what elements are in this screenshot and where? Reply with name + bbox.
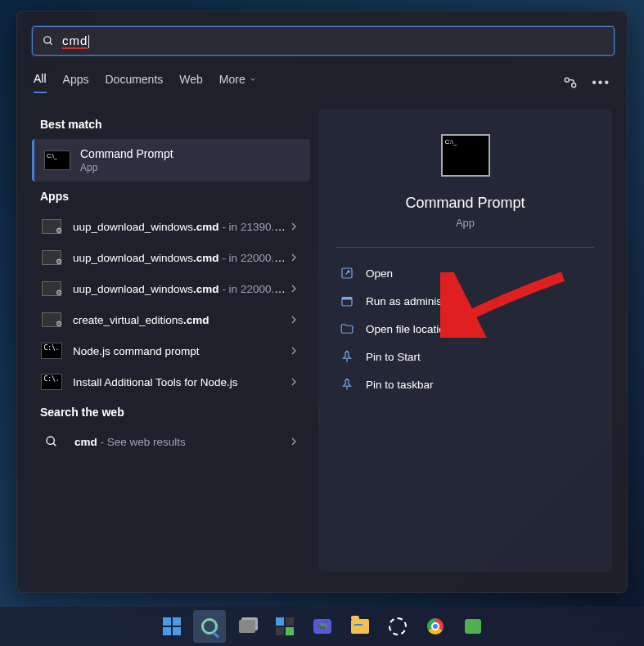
app-result[interactable]: uup_download_windows.cmd - in 21390.2025… <box>32 211 310 242</box>
svg-line-5 <box>53 443 56 446</box>
open-icon <box>340 266 354 280</box>
section-apps: Apps <box>40 190 310 203</box>
app-result[interactable]: C:\. Node.js command prompt <box>32 335 310 366</box>
search-icon <box>45 435 58 448</box>
script-icon <box>42 219 61 234</box>
action-label: Open <box>366 267 393 280</box>
search-input[interactable]: cmd <box>32 26 615 56</box>
file-explorer-button[interactable] <box>344 610 376 643</box>
result-title-line: uup_download_windows.cmd - in 22000.51_a… <box>73 252 287 264</box>
script-icon <box>42 312 61 327</box>
chevron-right-icon[interactable] <box>287 313 300 326</box>
widgets-button[interactable] <box>268 610 301 643</box>
chevron-right-icon[interactable] <box>287 435 300 448</box>
web-result[interactable]: cmd - See web results <box>32 427 310 456</box>
taskbar-search-button[interactable] <box>193 610 226 643</box>
more-options-icon[interactable]: ••• <box>592 75 610 90</box>
action-pin-to-taskbar[interactable]: Pin to taskbar <box>336 370 594 398</box>
loading-circle-icon <box>389 617 407 635</box>
folder-icon <box>351 619 369 634</box>
windows-logo-icon <box>163 617 181 635</box>
result-title-line: uup_download_windows.cmd - in 21390.2025… <box>73 221 287 233</box>
section-search-web: Search the web <box>40 406 310 419</box>
result-title-line: create_virtual_editions.cmd <box>73 314 287 326</box>
results-column: Best match C:\_ Command Prompt App Apps … <box>32 110 310 572</box>
app-icon <box>465 619 481 634</box>
shield-icon <box>340 294 354 308</box>
tab-more-label: More <box>219 73 245 86</box>
pin-icon <box>340 377 354 392</box>
svg-line-1 <box>50 43 52 45</box>
taskbar-app-button[interactable] <box>381 610 414 643</box>
svg-point-4 <box>47 437 54 444</box>
pin-icon <box>340 349 354 364</box>
search-tabs: All Apps Documents Web More ••• <box>32 72 612 93</box>
search-icon <box>201 618 218 635</box>
svg-point-2 <box>565 78 570 82</box>
chat-button[interactable] <box>306 610 339 643</box>
command-prompt-icon: C:\_ <box>441 134 490 177</box>
taskbar <box>0 607 644 646</box>
chevron-right-icon[interactable] <box>287 375 300 388</box>
detail-subtitle: App <box>336 217 594 229</box>
command-prompt-icon: C:\_ <box>44 150 70 170</box>
chevron-right-icon[interactable] <box>287 251 300 264</box>
best-match-result[interactable]: C:\_ Command Prompt App <box>32 139 310 182</box>
app-result[interactable]: uup_download_windows.cmd - in 22000.51_a… <box>32 242 310 273</box>
script-icon <box>42 250 61 265</box>
action-label: Run as administrator <box>366 295 468 307</box>
svg-rect-8 <box>342 298 352 300</box>
detail-title: Command Prompt <box>336 195 594 212</box>
command-prompt-icon: C:\. <box>42 343 61 358</box>
separator <box>336 247 594 248</box>
chevron-right-icon[interactable] <box>287 282 300 295</box>
result-title-line: uup_download_windows.cmd - in 22000.51_a… <box>73 283 287 295</box>
folder-icon <box>340 321 354 336</box>
svg-point-3 <box>572 83 576 87</box>
app-result[interactable]: create_virtual_editions.cmd <box>32 304 310 335</box>
result-title-line: Install Additional Tools for Node.js <box>73 376 287 388</box>
search-query-text: cmd <box>62 34 88 49</box>
chrome-button[interactable] <box>419 610 452 643</box>
chevron-right-icon[interactable] <box>287 344 300 357</box>
result-title-line: cmd - See web results <box>74 436 287 448</box>
detail-panel: C:\_ Command Prompt App Open Run as admi… <box>318 110 612 572</box>
start-button[interactable] <box>155 610 188 643</box>
result-title-line: Node.js command prompt <box>73 345 287 357</box>
tab-all[interactable]: All <box>34 72 47 93</box>
command-prompt-icon: C:\. <box>42 375 61 389</box>
chevron-down-icon <box>249 75 257 83</box>
search-options-icon[interactable] <box>562 74 579 91</box>
app-result[interactable]: C:\. Install Additional Tools for Node.j… <box>32 366 310 397</box>
action-run-as-administrator[interactable]: Run as administrator <box>336 287 594 315</box>
chevron-right-icon[interactable] <box>287 220 300 233</box>
tab-more[interactable]: More <box>219 73 257 92</box>
action-label: Pin to Start <box>366 351 421 363</box>
svg-point-0 <box>44 37 51 43</box>
action-open[interactable]: Open <box>336 259 594 287</box>
action-label: Open file location <box>366 323 451 335</box>
search-panel: cmd All Apps Documents Web More ••• Best… <box>16 11 628 593</box>
action-pin-to-start[interactable]: Pin to Start <box>336 343 594 370</box>
app-result[interactable]: uup_download_windows.cmd - in 22000.51_a… <box>32 273 310 304</box>
chat-icon <box>313 619 331 634</box>
chrome-icon <box>427 618 444 635</box>
text-cursor <box>88 35 89 48</box>
tab-apps[interactable]: Apps <box>63 73 89 92</box>
taskbar-app-button[interactable] <box>457 610 489 643</box>
task-view-icon <box>239 620 255 633</box>
best-match-subtitle: App <box>80 162 173 173</box>
tab-documents[interactable]: Documents <box>105 73 163 92</box>
action-open-file-location[interactable]: Open file location <box>336 315 594 343</box>
widgets-icon <box>276 617 294 635</box>
task-view-button[interactable] <box>231 610 263 643</box>
action-label: Pin to taskbar <box>366 379 434 391</box>
tab-web[interactable]: Web <box>179 73 203 92</box>
section-best-match: Best match <box>40 118 310 131</box>
script-icon <box>42 281 61 296</box>
search-icon <box>43 35 54 47</box>
best-match-title: Command Prompt <box>80 147 173 160</box>
